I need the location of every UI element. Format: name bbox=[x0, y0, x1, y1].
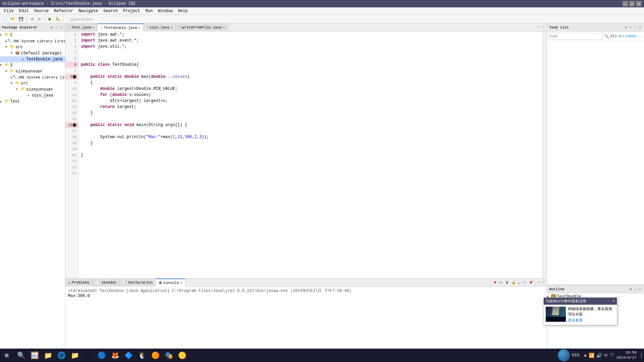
clear-console[interactable]: 🗑 bbox=[504, 280, 510, 285]
menu-refactor[interactable]: Refactor bbox=[51, 8, 76, 14]
minimize-panel-button[interactable]: — bbox=[54, 25, 58, 30]
tab-console[interactable]: 🖥 Console ✕ bbox=[156, 279, 185, 287]
tray-security[interactable]: 🛡 bbox=[610, 353, 614, 358]
vertical-scrollbar[interactable] bbox=[543, 32, 547, 278]
save-button[interactable]: 💾 bbox=[17, 16, 25, 22]
explorer2-icon[interactable]: 📁 bbox=[68, 349, 81, 362]
app5-icon[interactable]: 🟡 bbox=[176, 349, 189, 362]
menu-source[interactable]: Source bbox=[32, 8, 51, 14]
firefox-icon[interactable]: 🦊 bbox=[109, 349, 121, 362]
quick-access[interactable]: Quick Access bbox=[65, 16, 98, 22]
word-wrap[interactable]: ↵ bbox=[517, 280, 521, 285]
tray-lang[interactable]: 中 bbox=[604, 353, 608, 358]
tree-item-2[interactable]: ▼ 📁 2 bbox=[0, 32, 65, 38]
terminate-button[interactable]: ■ bbox=[493, 280, 497, 285]
tab-writefromfile-java[interactable]: J writeFromFile.java ✕ bbox=[176, 23, 228, 32]
outline-minimize[interactable]: — bbox=[633, 287, 637, 292]
code-line-16: public static void main(String args[]) { bbox=[81, 122, 547, 128]
activate-option[interactable]: Activate... bbox=[618, 34, 643, 38]
tab-close-button[interactable]: ✕ bbox=[93, 25, 95, 29]
open-button[interactable]: 📂 bbox=[9, 16, 17, 22]
tree-item-jre-2[interactable]: ▶ 🔧 JRE System Library [jre1.8.0_221] bbox=[0, 38, 65, 44]
tree-item-szys[interactable]: ☕ szys.java bbox=[0, 93, 65, 99]
tab-close-button[interactable]: ✕ bbox=[223, 25, 225, 29]
weather-widget[interactable]: 61% bbox=[555, 349, 582, 361]
tab-szys-java[interactable]: J szys.java ✕ bbox=[144, 23, 176, 32]
run-button[interactable]: ▶ bbox=[46, 16, 54, 22]
system-clock[interactable]: 19:58 2019/9/27 bbox=[616, 350, 636, 361]
penguin-icon[interactable]: 🐧 bbox=[136, 349, 148, 362]
maximize-editor-button[interactable]: □ bbox=[541, 25, 545, 29]
notification-close[interactable]: ✕ bbox=[612, 299, 615, 304]
tree-item-jre-3[interactable]: ▶ 🔧 JRE System Library [jre1.8.0_221] bbox=[0, 74, 65, 80]
back-button[interactable]: ◁ bbox=[28, 16, 35, 22]
tree-item-3[interactable]: ▼ 📁 3 bbox=[0, 62, 65, 68]
tab-close-console[interactable]: ✕ bbox=[180, 281, 182, 285]
debug-button[interactable]: 🐛 bbox=[54, 16, 62, 22]
scroll-lock[interactable]: 🔒 bbox=[511, 280, 517, 285]
notification-more-link[interactable]: 更多新闻 bbox=[568, 318, 615, 323]
tree-item-default-pkg[interactable]: ▼ 📦 (default package) bbox=[0, 50, 65, 56]
show-desktop[interactable]: ▕ bbox=[639, 353, 641, 358]
task-maximize[interactable]: □ bbox=[638, 25, 642, 30]
tray-arrow-up[interactable]: ▲ bbox=[584, 353, 587, 358]
tab-close-button[interactable]: ✕ bbox=[139, 26, 141, 30]
start-button[interactable]: ⊞ bbox=[0, 349, 13, 362]
menu-file[interactable]: File bbox=[1, 8, 16, 14]
tray-sound[interactable]: 🔊 bbox=[596, 353, 602, 358]
menu-search[interactable]: Search bbox=[101, 8, 120, 14]
tab-testdouble-java[interactable]: J TestDouble.java ✕ bbox=[98, 23, 143, 32]
tab-close-button[interactable]: ✕ bbox=[171, 25, 173, 29]
maximize-button[interactable]: □ bbox=[629, 1, 635, 6]
tray-wifi[interactable]: 📶 bbox=[589, 353, 594, 358]
close-button[interactable]: ✕ bbox=[636, 1, 641, 6]
task-view-menu[interactable]: ▾ bbox=[629, 25, 633, 30]
edge-icon[interactable]: 🌐 bbox=[55, 349, 68, 362]
tab-declaration[interactable]: 📝 Declaration bbox=[120, 279, 156, 287]
tree-item-test[interactable]: ▶ 📁 Test bbox=[0, 99, 65, 105]
new-button[interactable]: 📄 bbox=[1, 16, 9, 22]
forward-button[interactable]: ▷ bbox=[36, 16, 43, 22]
minimize-button[interactable]: — bbox=[623, 1, 628, 6]
outline-maximize[interactable]: □ bbox=[638, 287, 642, 292]
code-editor[interactable]: 1 2 3 4 5 6 7 8⬤ 9 10 11 12 13 14 15 16⬤… bbox=[65, 32, 547, 278]
menu-project[interactable]: Project bbox=[120, 8, 143, 14]
tree-item-src-2[interactable]: ▼ 📁 src bbox=[0, 44, 65, 50]
minimize-bottom[interactable]: — bbox=[537, 280, 541, 285]
app1-icon[interactable]: 🔵 bbox=[95, 349, 108, 362]
search-taskbar-icon[interactable]: 🔍 bbox=[15, 349, 28, 362]
menu-edit[interactable]: Edit bbox=[16, 8, 32, 14]
minimize-editor-button[interactable]: — bbox=[537, 25, 541, 29]
maximize-bottom[interactable]: □ bbox=[541, 280, 545, 285]
tree-item-src-3[interactable]: ▼ 📁 src bbox=[0, 80, 65, 86]
tab-test-java[interactable]: J Test.java ✕ bbox=[65, 23, 98, 32]
tree-label: 3 bbox=[10, 63, 12, 68]
tree-item-testdouble[interactable]: ☕ TestDouble.java bbox=[0, 56, 65, 62]
menu-help[interactable]: Help bbox=[175, 8, 191, 14]
maximize-panel-button[interactable]: □ bbox=[59, 25, 63, 30]
tab-problems[interactable]: ⚠ Problems bbox=[65, 279, 92, 287]
task-minimize[interactable]: — bbox=[633, 25, 637, 30]
tab-javadoc[interactable]: 📄 Javadoc bbox=[92, 279, 119, 287]
app4-icon[interactable]: 🎭 bbox=[162, 349, 175, 362]
shield-icon[interactable]: 🛡 bbox=[82, 349, 95, 362]
menu-navigate[interactable]: Navigate bbox=[76, 8, 101, 14]
remove-launches[interactable]: ✕✕ bbox=[498, 280, 504, 285]
tree-item-sizeyunsuan[interactable]: ▼ 📁 sizeyunsuan bbox=[0, 68, 65, 74]
app2-icon[interactable]: 🔷 bbox=[122, 349, 135, 362]
menu-run[interactable]: Run bbox=[143, 8, 156, 14]
open-console[interactable]: ⬡ bbox=[522, 280, 527, 285]
find-icon[interactable]: 🔍 bbox=[604, 34, 609, 39]
task-find-input[interactable] bbox=[548, 33, 603, 40]
collapse-all-button[interactable]: ⊟ bbox=[50, 25, 54, 30]
code-content[interactable]: import java.awt.*; import java.awt.event… bbox=[79, 32, 547, 278]
pin-console[interactable]: 📌 bbox=[528, 280, 534, 285]
tree-item-sizeyunsuan-pkg[interactable]: ▼ 📁 sizeyunsuan bbox=[0, 86, 65, 93]
app3-icon[interactable]: 🟠 bbox=[149, 349, 162, 362]
outline-collapse[interactable]: ⊟ bbox=[629, 287, 633, 292]
explorer-icon[interactable]: 📁 bbox=[42, 349, 54, 362]
taskview-icon[interactable]: 🪟 bbox=[28, 349, 41, 362]
task-collapse[interactable]: ⊟ bbox=[624, 25, 628, 30]
all-option[interactable]: All bbox=[610, 34, 617, 38]
menu-window[interactable]: Window bbox=[155, 8, 175, 14]
